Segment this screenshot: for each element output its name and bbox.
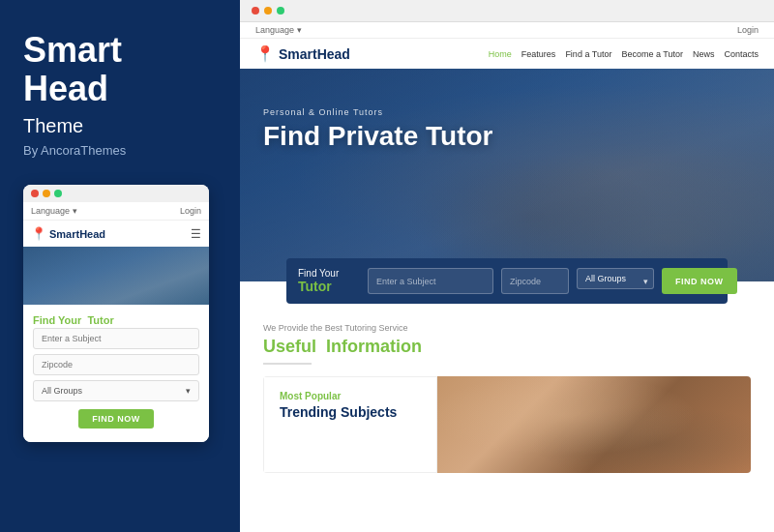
section-divider [263,363,312,365]
mockup-hero-image [23,247,209,305]
site-group-select-wrap: All Groups [577,268,654,294]
nav-news[interactable]: News [693,49,715,59]
mockup-find-now-button[interactable]: FIND NOW [78,409,154,429]
trending-text: Most Popular Trending Subjects [263,376,437,473]
nav-become-tutor[interactable]: Become a Tutor [621,49,683,59]
nav-features[interactable]: Features [521,49,556,59]
dot-yellow [43,190,50,197]
hero-content: Personal & Online Tutors Find Private Tu… [240,69,774,152]
mockup-language[interactable]: Language ▾ [31,206,77,216]
trending-photo [437,376,751,473]
site-nav-links: Home Features Find a Tutor Become a Tuto… [489,49,759,59]
mockup-group-label: All Groups [42,386,82,396]
dot-red [31,190,39,197]
site-group-select[interactable]: All Groups [577,268,654,289]
find-tutor-label: Find Your Tutor [33,314,199,326]
hero-title: Find Private Tutor [263,121,751,152]
website: Language ▾ Login 📍 SmartHead Home Featur… [240,22,774,532]
right-panel: Language ▾ Login 📍 SmartHead Home Featur… [240,0,774,532]
search-bar-wrap: Find Your Tutor All Groups FIND NOW [286,258,728,304]
site-zip-input[interactable] [501,268,569,294]
section-title-highlight: Information [326,337,422,356]
mockup-zip-input[interactable] [33,354,199,375]
search-find-text: Find Your [298,268,360,279]
site-logo: 📍 SmartHead [255,44,350,63]
pin-icon: 📍 [31,226,46,241]
mockup-topbar: Language ▾ Login [23,202,209,221]
trending-title: Trending Subjects [280,404,421,421]
site-topbar: Language ▾ Login [240,22,774,39]
section-title-plain: Useful [263,337,316,356]
mockup-hamburger-icon[interactable]: ☰ [191,227,201,241]
mockup-logo-row: 📍 SmartHead ☰ [23,221,209,247]
find-label-plain: Find Your [33,314,81,326]
nav-find-tutor[interactable]: Find a Tutor [565,49,611,59]
site-logo-text: SmartHead [279,46,350,62]
mockup-logo-text: SmartHead [49,228,105,240]
useful-info-section: We Provide the Best Tutoring Service Use… [240,304,774,376]
search-bar: Find Your Tutor All Groups FIND NOW [286,258,728,304]
trending-photo-layer [437,376,751,473]
search-label: Find Your Tutor [298,268,360,294]
site-subject-input[interactable] [368,268,493,294]
dot-green [54,190,62,197]
mockup-login[interactable]: Login [180,206,201,216]
mockup-group-select[interactable]: All Groups ▾ [33,380,199,401]
mockup-subject-input[interactable] [33,328,199,349]
brand-by: By AncoraThemes [23,143,217,158]
mockup-select-arrow: ▾ [186,386,191,396]
find-label-highlight: Tutor [87,314,113,326]
mockup-body: Find Your Tutor All Groups ▾ FIND NOW [23,305,209,442]
brand-subtitle: Theme [23,115,217,137]
mockup-titlebar [23,185,209,202]
search-tutor-text: Tutor [298,279,360,294]
browser-dot-green [277,7,284,15]
trending-section: Most Popular Trending Subjects [263,376,751,473]
left-panel: Smart Head Theme By AncoraThemes Languag… [0,0,240,532]
browser-dot-red [252,7,259,15]
nav-home[interactable]: Home [489,49,512,59]
site-pin-icon: 📍 [255,44,275,63]
browser-chrome [240,0,774,22]
mobile-mockup: Language ▾ Login 📍 SmartHead ☰ Find Your… [23,185,209,442]
trending-most-label: Most Popular [280,391,421,401]
site-login[interactable]: Login [737,25,759,35]
mockup-hero [23,247,209,305]
section-tagline: We Provide the Best Tutoring Service [263,323,751,333]
site-navbar: 📍 SmartHead Home Features Find a Tutor B… [240,39,774,69]
nav-contacts[interactable]: Contacts [724,49,759,59]
mockup-logo: 📍 SmartHead [31,226,105,241]
browser-dot-yellow [264,7,272,15]
section-title: Useful Information [263,337,751,357]
brand-title: Smart Head [23,31,217,107]
hero-subtitle: Personal & Online Tutors [263,107,751,117]
site-hero: Personal & Online Tutors Find Private Tu… [240,69,774,281]
site-find-now-button[interactable]: FIND NOW [662,268,737,294]
site-language[interactable]: Language ▾ [255,25,302,35]
